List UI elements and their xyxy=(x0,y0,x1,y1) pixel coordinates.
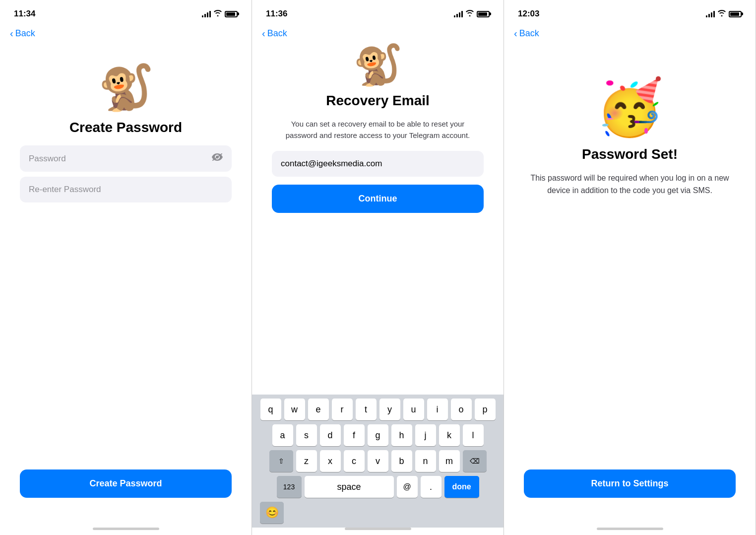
wifi-icon-3 xyxy=(718,10,726,18)
continue-button[interactable]: Continue xyxy=(272,185,484,213)
key-123[interactable]: 123 xyxy=(277,476,302,498)
key-h[interactable]: h xyxy=(391,424,412,446)
keyboard: q w e r t y u i o p a s d f g h j k l ⇧ … xyxy=(252,395,504,528)
key-a[interactable]: a xyxy=(272,424,293,446)
key-done[interactable]: done xyxy=(444,476,479,498)
back-label-1: Back xyxy=(15,28,35,39)
status-icons-2 xyxy=(454,10,490,18)
key-q[interactable]: q xyxy=(260,399,281,420)
key-l[interactable]: l xyxy=(463,424,484,446)
key-i[interactable]: i xyxy=(427,399,448,420)
key-r[interactable]: r xyxy=(332,399,353,420)
keyboard-row-3: ⇧ z x c v b n m ⌫ xyxy=(254,450,502,472)
wifi-icon-1 xyxy=(214,10,222,18)
reenter-placeholder: Re-enter Password xyxy=(29,185,101,195)
status-bar-1: 11:34 xyxy=(0,0,252,25)
return-to-settings-button[interactable]: Return to Settings xyxy=(524,469,736,498)
key-d[interactable]: d xyxy=(320,424,341,446)
key-f[interactable]: f xyxy=(344,424,365,446)
key-k[interactable]: k xyxy=(439,424,460,446)
battery-icon-1 xyxy=(225,11,238,17)
recovery-email-description: You can set a recovery email to be able … xyxy=(272,119,484,141)
battery-icon-2 xyxy=(477,11,490,17)
status-bar-3: 12:03 xyxy=(504,0,756,25)
battery-icon-3 xyxy=(729,11,742,17)
home-indicator-1 xyxy=(93,528,159,530)
password-placeholder: Password xyxy=(29,154,66,164)
screen-recovery-email: 11:36 ‹ Back 🐒 Recovery Email You can se… xyxy=(252,0,504,535)
key-v[interactable]: v xyxy=(368,450,388,472)
keyboard-row-4: 123 space @ . done xyxy=(254,476,502,498)
key-j[interactable]: j xyxy=(415,424,436,446)
recovery-email-title: Recovery Email xyxy=(326,93,430,109)
screen1-content: 🐒 Create Password Password Re-enter Pass… xyxy=(0,45,252,528)
key-n[interactable]: n xyxy=(415,450,436,472)
signal-icon-2 xyxy=(454,10,463,17)
key-emoji[interactable]: 😊 xyxy=(260,502,284,524)
key-x[interactable]: x xyxy=(320,450,341,472)
signal-icon-3 xyxy=(706,10,715,17)
key-p[interactable]: p xyxy=(475,399,496,420)
key-y[interactable]: y xyxy=(379,399,400,420)
key-g[interactable]: g xyxy=(368,424,388,446)
key-c[interactable]: c xyxy=(344,450,365,472)
wifi-icon-2 xyxy=(466,10,474,18)
create-password-title: Create Password xyxy=(69,120,182,135)
monkey-emoji-1: 🐒 xyxy=(98,65,154,110)
keyboard-row-2: a s d f g h j k l xyxy=(254,424,502,446)
key-s[interactable]: s xyxy=(296,424,317,446)
monkey-emoji-2: 🐒 xyxy=(353,45,403,85)
back-chevron-2: ‹ xyxy=(262,28,265,39)
key-u[interactable]: u xyxy=(403,399,424,420)
status-icons-1 xyxy=(202,10,238,18)
keyboard-row-1: q w e r t y u i o p xyxy=(254,399,502,420)
key-m[interactable]: m xyxy=(439,450,460,472)
key-shift[interactable]: ⇧ xyxy=(269,450,293,472)
back-label-2: Back xyxy=(267,28,287,39)
party-emoji: 🥳 xyxy=(596,80,664,134)
key-t[interactable]: t xyxy=(356,399,377,420)
back-button-1[interactable]: ‹ Back xyxy=(0,25,252,45)
back-chevron-1: ‹ xyxy=(10,28,13,39)
key-at[interactable]: @ xyxy=(397,476,418,498)
key-b[interactable]: b xyxy=(391,450,412,472)
back-button-3[interactable]: ‹ Back xyxy=(504,25,756,45)
status-icons-3 xyxy=(706,10,742,18)
home-indicator-3 xyxy=(597,528,663,530)
back-button-2[interactable]: ‹ Back xyxy=(252,25,504,45)
key-w[interactable]: w xyxy=(284,399,305,420)
status-time-3: 12:03 xyxy=(518,9,539,19)
key-z[interactable]: z xyxy=(296,450,317,472)
signal-icon-1 xyxy=(202,10,211,17)
password-set-description: This password will be required when you … xyxy=(524,172,736,197)
key-space[interactable]: space xyxy=(305,476,394,498)
back-chevron-3: ‹ xyxy=(514,28,517,39)
key-dot[interactable]: . xyxy=(421,476,441,498)
reenter-password-field[interactable]: Re-enter Password xyxy=(20,177,232,202)
password-field[interactable]: Password xyxy=(20,145,232,172)
key-backspace[interactable]: ⌫ xyxy=(463,450,487,472)
email-input[interactable] xyxy=(272,151,484,177)
key-e[interactable]: e xyxy=(308,399,329,420)
key-o[interactable]: o xyxy=(451,399,472,420)
password-set-title: Password Set! xyxy=(582,146,678,162)
status-time-2: 11:36 xyxy=(266,9,287,19)
screen-password-set: 12:03 ‹ Back 🥳 Password Set! This passwo… xyxy=(504,0,756,535)
status-bar-2: 11:36 xyxy=(252,0,504,25)
status-time-1: 11:34 xyxy=(14,9,35,19)
home-indicator-2 xyxy=(345,528,411,530)
create-password-button[interactable]: Create Password xyxy=(20,469,232,498)
keyboard-row-5: 😊 xyxy=(254,502,502,524)
screen2-content: 🐒 Recovery Email You can set a recovery … xyxy=(252,45,504,395)
screen-create-password: 11:34 ‹ Back 🐒 Create Password Password xyxy=(0,0,252,535)
back-label-3: Back xyxy=(519,28,539,39)
eye-icon xyxy=(212,153,223,164)
screen3-content: 🥳 Password Set! This password will be re… xyxy=(504,45,756,528)
